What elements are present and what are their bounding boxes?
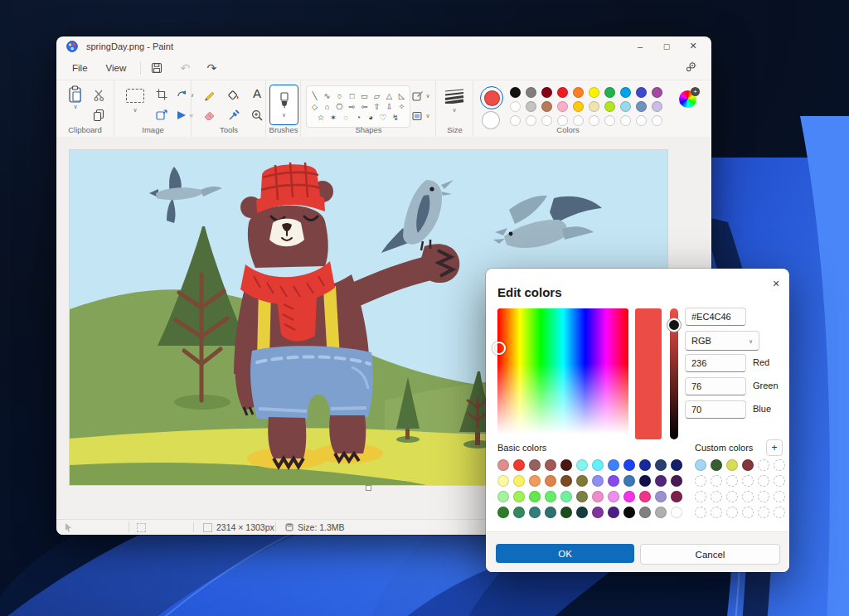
add-custom-color-button[interactable]: + <box>766 439 783 456</box>
shape-icon[interactable]: ⇧ <box>372 102 381 111</box>
empty-color-slot[interactable] <box>758 475 769 487</box>
color-swatch[interactable] <box>671 507 682 518</box>
cancel-button[interactable]: Cancel <box>640 544 780 565</box>
empty-color-slot[interactable] <box>774 475 785 487</box>
empty-color-slot[interactable] <box>758 459 769 471</box>
color-swatch[interactable] <box>655 491 667 502</box>
edit-colors-button[interactable]: + <box>679 90 696 108</box>
color-swatch[interactable] <box>608 507 619 518</box>
color-swatch[interactable] <box>576 507 588 518</box>
color-swatch[interactable] <box>497 507 509 518</box>
color-swatch[interactable] <box>623 507 635 518</box>
empty-color-slot[interactable] <box>726 475 738 487</box>
color-swatch[interactable] <box>529 459 541 471</box>
shapes-gallery[interactable]: ╲∿○□▭▱△◺ ◇⌂⎔⇨⇦⇧⇩✧ ☆✶◌◔◕♡↯ <box>306 85 410 128</box>
shape-icon[interactable]: ◕ <box>366 113 376 122</box>
fill-tool[interactable] <box>226 87 241 102</box>
color-picker-ring[interactable] <box>492 342 506 355</box>
menu-view[interactable]: View <box>97 60 136 76</box>
canvas-resize-handle[interactable] <box>366 486 371 490</box>
shape-icon[interactable]: ◇ <box>310 102 319 111</box>
empty-color-slot[interactable] <box>774 507 785 518</box>
resize-button[interactable] <box>154 108 169 123</box>
color-swatch[interactable] <box>560 491 572 502</box>
empty-color-slot[interactable] <box>711 507 722 518</box>
color-swatch[interactable] <box>695 459 706 471</box>
shape-icon[interactable]: ⌂ <box>323 102 332 111</box>
color-swatch[interactable] <box>526 101 536 112</box>
shape-icon[interactable]: ╲ <box>310 91 319 100</box>
shape-icon[interactable]: ◌ <box>342 113 351 122</box>
color-swatch[interactable] <box>636 101 647 112</box>
green-input[interactable] <box>685 377 746 395</box>
color-model-dropdown[interactable]: RGB ∨ <box>685 331 759 351</box>
empty-color-slot[interactable] <box>758 507 769 518</box>
color-swatch[interactable] <box>671 475 682 487</box>
brushes-button[interactable]: ∨ <box>269 85 298 125</box>
blue-input[interactable] <box>685 400 746 419</box>
color-swatch[interactable] <box>529 491 541 502</box>
shape-outline-button[interactable]: ∨ <box>410 89 432 102</box>
color-swatch[interactable] <box>545 475 556 487</box>
saturation-picker[interactable] <box>497 308 628 439</box>
dialog-close-button[interactable]: ✕ <box>768 275 784 292</box>
ok-button[interactable]: OK <box>496 544 634 563</box>
color-swatch[interactable] <box>608 475 619 487</box>
color-swatch[interactable] <box>652 101 662 112</box>
color-swatch[interactable] <box>576 475 588 487</box>
color-swatch[interactable] <box>592 459 604 471</box>
color-swatch[interactable] <box>497 475 509 487</box>
color-swatch[interactable] <box>620 101 631 112</box>
color-swatch[interactable] <box>604 101 615 112</box>
shape-icon[interactable]: △ <box>385 91 394 100</box>
shape-icon[interactable]: ◺ <box>397 91 406 100</box>
shape-icon[interactable]: ♡ <box>379 113 388 122</box>
paste-button[interactable]: ∨ <box>68 85 83 109</box>
hex-input[interactable] <box>685 308 746 326</box>
color-swatch[interactable] <box>541 101 552 112</box>
color-swatch[interactable] <box>557 101 568 112</box>
color-swatch[interactable] <box>671 459 682 471</box>
color-swatch[interactable] <box>655 475 667 487</box>
color-swatch[interactable] <box>655 507 667 518</box>
color-swatch[interactable] <box>623 491 635 502</box>
red-input[interactable] <box>685 354 746 372</box>
color-swatch[interactable] <box>529 475 541 487</box>
color-swatch[interactable] <box>545 491 556 502</box>
empty-color-slot[interactable] <box>695 475 706 487</box>
empty-color-slot[interactable] <box>695 491 706 502</box>
color-swatch[interactable] <box>560 459 572 471</box>
copy-button[interactable] <box>91 107 106 122</box>
color-swatch[interactable] <box>726 459 738 471</box>
shape-icon[interactable]: □ <box>347 91 357 100</box>
color-swatch[interactable] <box>608 491 619 502</box>
undo-button[interactable]: ↶ <box>174 58 196 78</box>
color-swatch[interactable] <box>639 459 651 471</box>
empty-color-slot[interactable] <box>711 491 722 502</box>
value-slider-knob[interactable] <box>667 318 681 332</box>
color-swatch[interactable] <box>510 87 521 98</box>
color-swatch[interactable] <box>526 87 536 98</box>
color-swatch[interactable] <box>497 491 509 502</box>
color-swatch[interactable] <box>636 87 647 98</box>
settings-button[interactable] <box>680 56 701 76</box>
empty-color-slot[interactable] <box>742 475 754 487</box>
save-button[interactable] <box>146 58 167 78</box>
color-swatch[interactable] <box>639 475 651 487</box>
empty-color-slot[interactable] <box>742 491 754 502</box>
color-swatch[interactable] <box>513 459 525 471</box>
shape-icon[interactable]: ⇩ <box>385 102 394 111</box>
shape-icon[interactable]: ⇨ <box>347 102 357 111</box>
titlebar[interactable]: springDay.png - Paint – ▢ ✕ <box>56 36 711 56</box>
magnifier-tool[interactable] <box>250 108 264 123</box>
shape-icon[interactable]: ✧ <box>397 102 406 111</box>
redo-button[interactable]: ↷ <box>201 58 222 78</box>
shape-icon[interactable]: ▱ <box>372 91 381 100</box>
shape-icon[interactable]: ↯ <box>391 113 400 122</box>
color-swatch[interactable] <box>639 491 651 502</box>
eyedropper-tool[interactable] <box>226 108 241 123</box>
empty-color-slot[interactable] <box>726 507 738 518</box>
shape-icon[interactable]: ▭ <box>360 91 369 100</box>
cut-button[interactable] <box>91 87 106 102</box>
color-swatch[interactable] <box>711 459 722 471</box>
